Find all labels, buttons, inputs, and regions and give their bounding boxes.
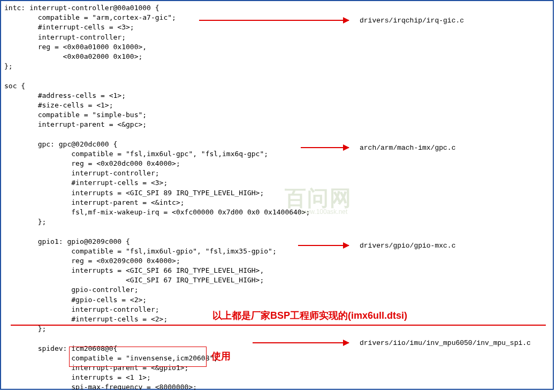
arrow-1 <box>199 20 349 21</box>
line: gpio1: gpio@0209c000 { <box>38 237 130 245</box>
line: gpc: gpc@020dc000 { <box>38 140 118 148</box>
line: reg = <0x0209c000 0x4000>; <box>71 257 180 265</box>
line: interrupt-parent = <&gpc>; <box>38 120 147 128</box>
line: compatible = "fsl,imx6ul-gpc", "fsl,imx6… <box>71 150 268 158</box>
line: #interrupt-cells = <3>; <box>38 23 134 31</box>
line: interrupt-parent = <&intc>; <box>71 198 184 206</box>
code-frame: intc: interrupt-controller@00a01000 { co… <box>0 0 554 390</box>
bsp-annotation: 以上都是厂家BSP工程师实现的(imx6ull.dtsi) <box>212 309 407 322</box>
line: compatible = "arm,cortex-a7-gic"; <box>38 13 176 21</box>
line: }; <box>38 325 47 333</box>
file-ref-3: drivers/gpio/gpio-mxc.c <box>360 241 455 251</box>
line: #address-cells = <1>; <box>38 91 126 99</box>
line: interrupt-controller; <box>71 169 159 177</box>
line: reg = <0x020dc000 0x4000>; <box>71 159 180 167</box>
line: }; <box>38 218 47 226</box>
highlight-box <box>69 347 207 367</box>
line: gpio-controller; <box>71 286 138 294</box>
line: compatible = "fsl,imx6ul-gpio", "fsl,imx… <box>71 247 277 255</box>
line: interrupts = <1 1>; <box>71 373 151 381</box>
line: #interrupt-cells = <3>; <box>71 179 167 187</box>
line: interrupt-controller; <box>71 305 159 313</box>
line: interrupt-controller; <box>38 33 126 41</box>
divider-line <box>11 325 546 326</box>
line: interrupts = <GIC_SPI 66 IRQ_TYPE_LEVEL_… <box>71 266 264 274</box>
line: reg = <0x00a01000 0x1000>, <box>38 43 147 51</box>
line: <GIC_SPI 67 IRQ_TYPE_LEVEL_HIGH>; <box>126 276 264 284</box>
arrow-2 <box>301 147 349 148</box>
file-ref-1: drivers/irqchip/irq-gic.c <box>360 16 464 26</box>
line: soc { <box>4 82 25 90</box>
line: fsl,mf-mix-wakeup-irq = <0xfc00000 0x7d0… <box>71 208 310 216</box>
line: interrupts = <GIC_SPI 89 IRQ_TYPE_LEVEL_… <box>71 189 264 197</box>
line: #interrupt-cells = <2>; <box>71 315 167 323</box>
arrow-4 <box>253 342 349 343</box>
line: compatible = "simple-bus"; <box>38 111 147 119</box>
line: }; <box>4 62 13 70</box>
line: #size-cells = <1>; <box>38 101 113 109</box>
device-tree-code: intc: interrupt-controller@00a01000 { co… <box>1 1 553 390</box>
line: <0x00a02000 0x100>; <box>63 52 143 60</box>
line: intc: interrupt-controller@00a01000 { <box>4 4 159 12</box>
arrow-3 <box>298 245 349 246</box>
file-ref-2: arch/arm/mach-imx/gpc.c <box>360 143 455 153</box>
use-annotation: 使用 <box>211 350 231 363</box>
line: #gpio-cells = <2>; <box>71 296 147 304</box>
line: spi-max-frequency = <8000000>; <box>71 383 197 390</box>
file-ref-4: drivers/iio/imu/inv_mpu6050/inv_mpu_spi.… <box>360 339 531 348</box>
